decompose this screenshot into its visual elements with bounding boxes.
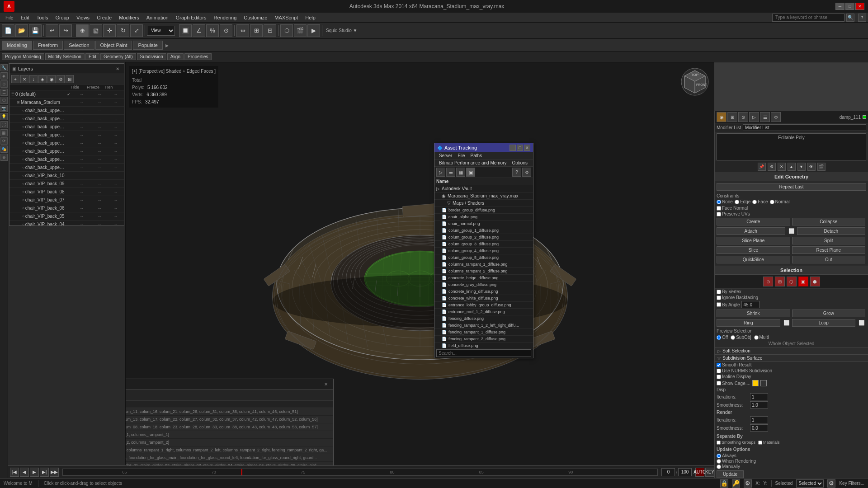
asset-expand-icon[interactable]: ▷ bbox=[436, 168, 445, 177]
layer-row[interactable]: ○ chair_VIP_back_08 ··· ··· ··· bbox=[9, 188, 124, 196]
materials-option[interactable]: Materials bbox=[758, 440, 780, 445]
display-tab-icon[interactable]: ☰ bbox=[760, 112, 770, 122]
viewport[interactable]: [+] [Perspective] Shaded + Edged Faces ]… bbox=[126, 62, 714, 488]
layer-row[interactable]: ○ chair_VIP_back_04 ··· ··· ··· bbox=[9, 221, 124, 225]
tab-align[interactable]: Align bbox=[167, 53, 184, 60]
save-button[interactable]: 💾 bbox=[29, 24, 42, 37]
move-button[interactable]: ✛ bbox=[103, 24, 116, 37]
align-button[interactable]: ⊞ bbox=[250, 24, 263, 37]
asset-file-item[interactable]: 📄 chair_normal.png bbox=[434, 221, 533, 227]
asset-file-item[interactable]: 📄 fencing_rampant_1_diffuse.png bbox=[434, 329, 533, 336]
hierarchy-tab-icon[interactable]: ⊙ bbox=[738, 112, 748, 122]
snap-toggle[interactable]: 🔲 bbox=[179, 24, 192, 37]
preview-off-radio[interactable]: Off bbox=[717, 335, 728, 340]
create-tab-icon[interactable]: ◉ bbox=[717, 112, 726, 122]
asset-file-item[interactable]: 📄 concrete_lining_diffuse.png bbox=[434, 288, 533, 295]
manually-option[interactable]: Manually bbox=[717, 464, 866, 469]
total-frames-input[interactable] bbox=[678, 468, 692, 476]
select-region-button[interactable]: ▧ bbox=[90, 24, 102, 37]
use-nurms-checkbox[interactable]: Use NURMS Subdivision bbox=[717, 368, 866, 373]
status-gear-icon[interactable]: ⚙ bbox=[744, 479, 752, 488]
layer-row[interactable]: ○ chair_back_upper_06 ··· ··· ··· bbox=[9, 115, 124, 123]
vertex-mode-icon[interactable]: ⊙ bbox=[763, 277, 773, 286]
asset-settings-icon[interactable]: ⚙ bbox=[522, 168, 531, 177]
nav-cube[interactable]: TOP FRONT bbox=[679, 66, 711, 98]
render-setup[interactable]: 🎬 bbox=[294, 24, 307, 37]
quick-render[interactable]: ▶ bbox=[307, 24, 320, 37]
menu-bitmap-perf[interactable]: Bitmap Performance and Memory bbox=[436, 160, 509, 166]
tab-edit[interactable]: Edit bbox=[85, 53, 99, 60]
material-row[interactable]: columns_rampant_1_MAT (VRayMtl) [columns… bbox=[126, 431, 333, 439]
asset-file-item[interactable]: 📄 fencing_rampant_2_diffuse.png bbox=[434, 336, 533, 343]
sidebar-icon-1[interactable]: 🔧 bbox=[0, 64, 8, 71]
shrink-button[interactable]: Shrink bbox=[717, 310, 790, 317]
sidebar-icon-7[interactable]: 💡 bbox=[0, 113, 8, 120]
modify-tab-icon[interactable]: ⊞ bbox=[727, 112, 737, 122]
menu-views[interactable]: Views bbox=[73, 14, 93, 21]
layer-row[interactable]: ○ chair_back_upper_03 ··· ··· ··· bbox=[9, 147, 124, 155]
layers-expand-button[interactable]: ⊞ bbox=[66, 75, 74, 83]
prev-frame-button[interactable]: ◀ bbox=[20, 468, 29, 477]
sidebar-icon-6[interactable]: 📷 bbox=[0, 105, 8, 112]
by-angle-checkbox[interactable]: By Angle bbox=[717, 302, 740, 307]
spinner-snap[interactable]: ⊙ bbox=[220, 24, 232, 37]
layer-row[interactable]: ○ chair_back_upper_04 ··· ··· ··· bbox=[9, 139, 124, 147]
selected-dropdown[interactable]: Selected bbox=[796, 479, 824, 488]
search-icon[interactable]: 🔍 bbox=[846, 14, 854, 22]
next-frame-button[interactable]: ▶| bbox=[40, 468, 49, 477]
play-end-button[interactable]: ▶▶ bbox=[50, 468, 59, 477]
layer-row[interactable]: ○ chair_back_upper_07 ··· ··· ··· bbox=[9, 107, 124, 115]
angle-snap[interactable]: ∠ bbox=[193, 24, 205, 37]
menu-paths[interactable]: Paths bbox=[468, 153, 485, 159]
play-start-button[interactable]: |◀ bbox=[10, 468, 19, 477]
layer-row[interactable]: ⊞ Maracana_Stadium ··· ··· ··· bbox=[9, 99, 124, 107]
asset-file-item[interactable]: 📄 field_diffuse.png bbox=[434, 343, 533, 348]
update-button[interactable]: Update bbox=[717, 470, 744, 478]
attach-settings-icon[interactable]: ⬜ bbox=[787, 227, 796, 235]
layers-select-button[interactable]: ◈ bbox=[38, 75, 47, 83]
menu-group[interactable]: Group bbox=[52, 14, 73, 21]
layer-row[interactable]: ○ chair_VIP_back_07 ··· ··· ··· bbox=[9, 196, 124, 204]
asset-file-item[interactable]: 📄 colum_group_1_diffuse.png bbox=[434, 227, 533, 234]
tab-freeform[interactable]: Freeform bbox=[33, 41, 63, 50]
color-swatch[interactable] bbox=[863, 115, 866, 119]
preview-subobj-radio[interactable]: SubObj bbox=[731, 335, 751, 340]
iterations-input[interactable] bbox=[750, 393, 768, 400]
mod-pin-icon[interactable]: 📌 bbox=[758, 163, 766, 171]
repeat-last-button[interactable]: Repeat Last bbox=[717, 183, 866, 191]
asset-file-item[interactable]: 📄 columns_rampant_1_diffuse.png bbox=[434, 261, 533, 268]
material-browser-close[interactable]: ✕ bbox=[322, 380, 330, 388]
mirror-button[interactable]: ⇔ bbox=[236, 24, 249, 37]
material-row[interactable]: colum_group_4_MAT (VRayMtl) [colum_07, c… bbox=[126, 416, 333, 423]
play-button[interactable]: ▶ bbox=[30, 468, 39, 477]
detach-button[interactable]: Detach bbox=[797, 227, 866, 235]
rotate-button[interactable]: ↻ bbox=[117, 24, 129, 37]
menu-file[interactable]: File bbox=[2, 14, 17, 21]
menu-maxscript[interactable]: MAXScript bbox=[271, 14, 302, 21]
new-scene-button[interactable]: 📄 bbox=[2, 24, 14, 37]
by-angle-input[interactable] bbox=[741, 301, 760, 308]
layers-settings-button[interactable]: ⚙ bbox=[57, 75, 65, 83]
render-smoothness-input[interactable] bbox=[750, 424, 768, 432]
mod-delete-icon[interactable]: ✕ bbox=[778, 163, 786, 171]
mod-show-icon[interactable]: 👁 bbox=[807, 163, 816, 171]
menu-options[interactable]: Options bbox=[509, 160, 530, 166]
slice-button[interactable]: Slice bbox=[717, 246, 790, 254]
tab-modeling[interactable]: Modeling bbox=[2, 41, 32, 50]
asset-file-item[interactable]: 📄 chair_alpha.png bbox=[434, 214, 533, 221]
view-select[interactable]: View Screen World bbox=[147, 26, 175, 36]
always-option[interactable]: Always bbox=[717, 453, 866, 458]
sidebar-icon-11[interactable]: 🎭 bbox=[0, 145, 8, 153]
sidebar-icon-12[interactable]: ⊕ bbox=[0, 154, 8, 161]
menu-edit[interactable]: Edit bbox=[17, 14, 33, 21]
asset-window-maximize[interactable]: □ bbox=[517, 145, 523, 151]
layers-delete-button[interactable]: ✕ bbox=[20, 75, 28, 83]
undo-button[interactable]: ↩ bbox=[46, 24, 58, 37]
menu-create[interactable]: Create bbox=[93, 14, 115, 21]
timeline-bar[interactable]: 65 70 75 80 85 90 bbox=[62, 469, 658, 476]
layer-row[interactable]: ○ chair_VIP_back_05 ··· ··· ··· bbox=[9, 212, 124, 221]
close-button[interactable]: ✕ bbox=[855, 3, 864, 10]
asset-file-item[interactable]: 📄 entrance_lobby_group_diffuse.png bbox=[434, 302, 533, 309]
menu-animation[interactable]: Animation bbox=[143, 14, 172, 21]
material-row[interactable]: colum_group_5_MAT (VRayMtl) [colum_02, c… bbox=[126, 423, 333, 431]
